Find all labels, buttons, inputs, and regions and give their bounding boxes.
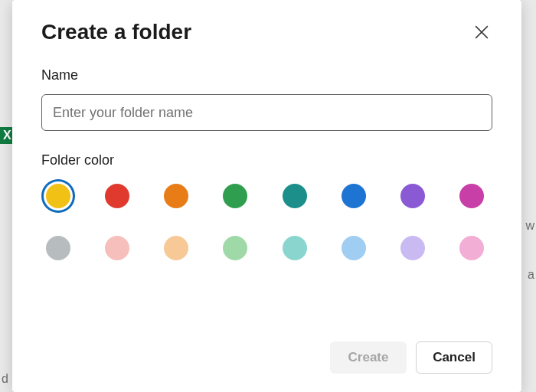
color-swatch-orange[interactable] bbox=[159, 179, 193, 213]
name-label: Name bbox=[41, 67, 492, 83]
color-circle-icon bbox=[164, 184, 188, 208]
color-row-1 bbox=[41, 179, 492, 213]
color-circle-icon bbox=[164, 236, 188, 260]
close-button[interactable] bbox=[471, 21, 492, 43]
color-swatch-light-coral[interactable] bbox=[100, 231, 134, 265]
close-icon bbox=[475, 25, 489, 39]
color-swatch-light-teal[interactable] bbox=[278, 231, 312, 265]
color-circle-icon bbox=[459, 236, 484, 260]
color-circle-icon bbox=[400, 236, 425, 260]
folder-color-label: Folder color bbox=[41, 152, 492, 168]
bg-text: d bbox=[2, 372, 8, 386]
color-swatch-red[interactable] bbox=[100, 179, 134, 213]
color-swatch-light-purple[interactable] bbox=[396, 231, 430, 265]
bg-text: w bbox=[525, 219, 534, 233]
create-button[interactable]: Create bbox=[330, 341, 407, 374]
color-swatch-green[interactable] bbox=[218, 179, 252, 213]
color-circle-icon bbox=[46, 184, 70, 208]
color-circle-icon bbox=[459, 184, 484, 208]
bg-text: a bbox=[528, 268, 534, 282]
color-swatch-light-blue[interactable] bbox=[337, 231, 371, 265]
color-swatch-light-orange[interactable] bbox=[159, 231, 193, 265]
color-circle-icon bbox=[105, 236, 129, 260]
color-circle-icon bbox=[105, 184, 129, 208]
color-circle-icon bbox=[223, 184, 247, 208]
name-section: Name bbox=[41, 67, 492, 131]
color-swatch-light-green[interactable] bbox=[218, 231, 252, 265]
color-swatch-magenta[interactable] bbox=[455, 179, 489, 213]
folder-name-input[interactable] bbox=[41, 94, 492, 131]
color-circle-icon bbox=[46, 236, 70, 260]
folder-color-section: Folder color bbox=[41, 152, 492, 265]
color-row-2 bbox=[41, 231, 492, 265]
color-swatch-purple[interactable] bbox=[396, 179, 430, 213]
dialog-header: Create a folder bbox=[41, 20, 492, 44]
color-swatch-light-pink[interactable] bbox=[455, 231, 489, 265]
cancel-button[interactable]: Cancel bbox=[416, 341, 492, 374]
color-circle-icon bbox=[283, 236, 307, 260]
color-circle-icon bbox=[283, 184, 307, 208]
create-folder-dialog: Create a folder Name Folder color Create… bbox=[12, 0, 521, 392]
color-circle-icon bbox=[400, 184, 425, 208]
color-circle-icon bbox=[342, 236, 366, 260]
color-swatch-gray[interactable] bbox=[41, 231, 75, 265]
dialog-actions: Create Cancel bbox=[330, 341, 492, 374]
dialog-title: Create a folder bbox=[41, 20, 191, 44]
color-swatch-blue[interactable] bbox=[337, 179, 371, 213]
color-circle-icon bbox=[342, 184, 366, 208]
color-grid bbox=[41, 179, 492, 265]
color-swatch-yellow[interactable] bbox=[41, 179, 75, 213]
color-swatch-teal[interactable] bbox=[278, 179, 312, 213]
color-circle-icon bbox=[223, 236, 247, 260]
